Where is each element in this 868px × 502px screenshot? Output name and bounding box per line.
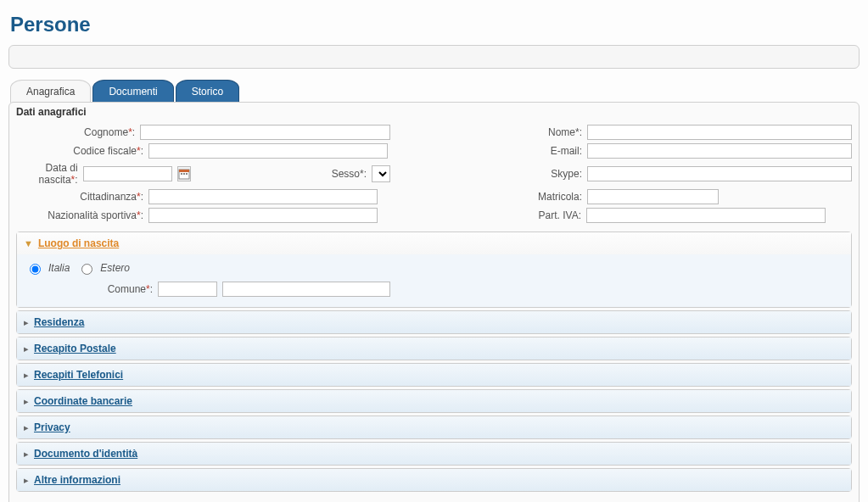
input-cognome[interactable]	[140, 125, 390, 140]
accordion: ▼ Luogo di nascita Italia Estero Comune*…	[16, 231, 852, 492]
section-title-documento-identita: Documento d'identità	[34, 448, 137, 460]
section-header-recapito-postale[interactable]: ▸ Recapito Postale	[17, 337, 851, 360]
section-header-privacy[interactable]: ▸ Privacy	[17, 416, 851, 438]
page-title: Persone	[10, 13, 860, 36]
svg-rect-2	[181, 173, 182, 175]
section-header-residenza[interactable]: ▸ Residenza	[17, 311, 851, 333]
input-email[interactable]	[587, 143, 852, 159]
label-sesso-text: Sesso	[332, 168, 360, 180]
section-header-altre-informazioni[interactable]: ▸ Altre informazioni	[17, 469, 851, 491]
label-nazionalita-sportiva: Nazionalità sportiva*:	[16, 209, 143, 221]
section-documento-identita: ▸ Documento d'identità	[16, 442, 852, 466]
section-title-coordinate-bancarie: Coordinate bancarie	[34, 395, 132, 407]
section-title-altre-informazioni: Altre informazioni	[34, 474, 120, 486]
label-part-iva: Part. IVA:	[395, 209, 581, 221]
req: *	[146, 283, 150, 295]
label-matricola: Matricola:	[395, 191, 582, 203]
section-recapito-postale: ▸ Recapito Postale	[16, 337, 852, 360]
dati-anagrafici-legend: Dati anagrafici	[16, 106, 852, 118]
chevron-right-icon: ▸	[24, 397, 29, 406]
anagrafica-panel: Dati anagrafici Cognome*: Nome*: Codice …	[8, 102, 860, 502]
req: *	[128, 126, 132, 138]
label-nome-text: Nome	[548, 126, 575, 138]
row-comune: Comune*:	[25, 282, 843, 297]
svg-rect-1	[179, 170, 189, 172]
section-header-recapiti-telefonici[interactable]: ▸ Recapiti Telefonici	[17, 364, 851, 386]
radio-italia[interactable]	[30, 264, 41, 275]
req: *	[137, 209, 141, 221]
label-email: E-mail:	[395, 145, 582, 157]
chevron-right-icon: ▸	[24, 449, 29, 459]
section-title-recapiti-telefonici: Recapiti Telefonici	[34, 369, 123, 381]
row-dob-sex-skype: Data di nascita*: Sesso*: Skype:	[16, 162, 852, 186]
section-header-coordinate-bancarie[interactable]: ▸ Coordinate bancarie	[17, 390, 851, 412]
select-sesso[interactable]	[372, 165, 390, 182]
section-title-recapito-postale: Recapito Postale	[34, 343, 116, 354]
section-title-privacy: Privacy	[34, 421, 70, 433]
section-altre-informazioni: ▸ Altre informazioni	[16, 468, 852, 492]
req: *	[71, 174, 76, 186]
input-comune-name[interactable]	[222, 282, 390, 297]
label-nazsport-text: Nazionalità sportiva	[48, 209, 137, 221]
calendar-icon[interactable]	[177, 166, 191, 181]
req: *	[137, 191, 141, 203]
input-nome[interactable]	[587, 125, 852, 140]
section-residenza: ▸ Residenza	[16, 310, 852, 334]
section-header-documento-identita[interactable]: ▸ Documento d'identità	[17, 443, 851, 465]
label-sesso: Sesso*:	[332, 168, 367, 180]
label-comune-text: Comune	[108, 283, 146, 295]
radio-row-luogo: Italia Estero	[25, 261, 843, 275]
input-data-nascita[interactable]	[83, 166, 172, 181]
input-matricola[interactable]	[587, 189, 719, 204]
section-privacy: ▸ Privacy	[16, 416, 852, 439]
chevron-right-icon: ▸	[24, 344, 29, 354]
svg-rect-4	[186, 173, 188, 175]
section-recapiti-telefonici: ▸ Recapiti Telefonici	[16, 363, 852, 387]
label-citt-text: Cittadinanza	[80, 191, 137, 203]
tabs: Anagrafica Documenti Storico	[10, 79, 860, 102]
input-skype[interactable]	[587, 166, 852, 181]
label-nome: Nome*:	[395, 126, 582, 138]
label-cognome: Cognome*:	[16, 126, 135, 138]
chevron-right-icon: ▸	[24, 318, 29, 327]
label-data-nascita: Data di nascita*:	[16, 162, 78, 186]
input-codice-fiscale[interactable]	[148, 143, 388, 159]
req: *	[360, 168, 364, 180]
top-notice-box	[8, 45, 860, 69]
label-comune: Comune*:	[25, 283, 153, 295]
row-nazsport-piva: Nazionalità sportiva*: Part. IVA:	[16, 208, 852, 223]
radio-estero[interactable]	[81, 264, 92, 275]
row-cognome-nome: Cognome*: Nome*:	[16, 125, 852, 140]
tab-anagrafica[interactable]: Anagrafica	[10, 80, 91, 103]
section-coordinate-bancarie: ▸ Coordinate bancarie	[16, 389, 852, 413]
chevron-right-icon: ▸	[24, 371, 29, 380]
input-part-iva[interactable]	[586, 208, 826, 223]
input-comune-code[interactable]	[158, 282, 217, 297]
label-skype: Skype:	[395, 168, 582, 180]
label-cittadinanza: Cittadinanza*:	[16, 191, 143, 203]
req: *	[575, 126, 580, 138]
section-luogo-di-nascita: ▼ Luogo di nascita Italia Estero Comune*…	[16, 231, 852, 308]
row-cf-email: Codice fiscale*: E-mail:	[16, 143, 852, 159]
radio-estero-label: Estero	[100, 262, 130, 274]
section-header-luogo-di-nascita[interactable]: ▼ Luogo di nascita	[17, 232, 851, 254]
tab-storico[interactable]: Storico	[176, 80, 239, 103]
radio-italia-label: Italia	[48, 262, 70, 274]
label-codice-fiscale: Codice fiscale*:	[16, 145, 143, 157]
svg-rect-3	[183, 173, 185, 175]
chevron-right-icon: ▸	[24, 423, 29, 432]
tab-documenti[interactable]: Documenti	[92, 80, 173, 103]
section-title-residenza: Residenza	[34, 316, 84, 328]
section-body-luogo-di-nascita: Italia Estero Comune*:	[17, 254, 851, 307]
row-citt-matricola: Cittadinanza*: Matricola:	[16, 189, 852, 204]
input-cittadinanza[interactable]	[148, 189, 378, 204]
label-cf-text: Codice fiscale	[73, 145, 137, 157]
chevron-down-icon: ▼	[24, 239, 33, 248]
input-nazionalita-sportiva[interactable]	[148, 208, 378, 223]
chevron-right-icon: ▸	[24, 476, 29, 485]
req: *	[137, 145, 141, 157]
label-cognome-text: Cognome	[84, 126, 128, 138]
section-title-luogo-di-nascita: Luogo di nascita	[38, 237, 119, 249]
